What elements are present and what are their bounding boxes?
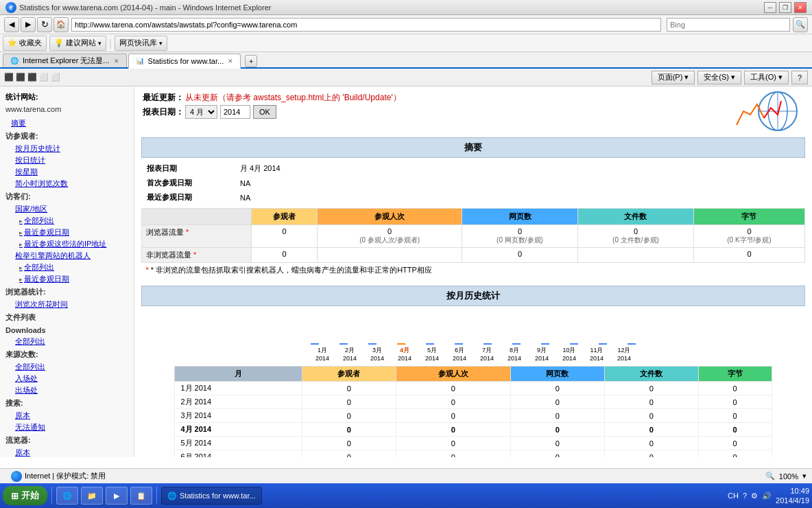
- sidebar-link-search-unknown[interactable]: 无法通知: [3, 422, 131, 433]
- note-text: * * 非浏览的流量包括抓取索引搜索机器人，蠕虫病毒产生的流量和非正常的HTTP…: [142, 263, 805, 278]
- year-input[interactable]: [220, 105, 250, 119]
- toolbar: ⭐ 收藏夹 💡 建议网站 ▾ | 网页快讯库 ▾: [0, 34, 812, 52]
- back-button[interactable]: ◀: [4, 17, 19, 32]
- clock: 10:49 2014/4/19: [776, 486, 809, 506]
- sidebar-link-monthly[interactable]: 按月历史统计: [3, 143, 131, 154]
- monthly-visitors-cell: 0: [302, 450, 396, 458]
- safety-button[interactable]: 安全(S) ▾: [697, 71, 741, 84]
- forward-button[interactable]: ▶: [21, 17, 36, 32]
- sidebar-link-time-spent[interactable]: 浏览次所花时间: [3, 299, 131, 310]
- date-selector: 4 月 OK: [185, 105, 401, 119]
- sidebar-link-list-all-2[interactable]: ▸ 全部列出: [3, 262, 131, 273]
- empty-header: [142, 209, 252, 225]
- tab-ie-icon: 🌐: [10, 57, 19, 65]
- browse-bytes: 0 (0 K字节/参观): [693, 225, 804, 248]
- monthly-pages-cell: 0: [510, 437, 604, 450]
- sidebar-link-recent-date-1[interactable]: ▸ 最近参观日期: [3, 227, 131, 238]
- sidebar-link-robots[interactable]: 检举引擎两站的机器人: [3, 250, 131, 262]
- sidebar-link-browser-origin[interactable]: 原本: [3, 447, 131, 457]
- last-visit-value: NA: [240, 191, 804, 204]
- search-input[interactable]: [667, 18, 790, 32]
- new-tab-button[interactable]: +: [245, 55, 257, 67]
- tab-stats-close[interactable]: ✕: [228, 58, 233, 65]
- sidebar-link-daily[interactable]: 按日统计: [3, 154, 131, 166]
- sidebar-link-list-all-1[interactable]: ▸ 全部列出: [3, 215, 131, 227]
- header-info: 最近更新： 从未更新（请参考 awstats_setup.html上的 'Bui…: [141, 91, 805, 132]
- sidebar-link-entry[interactable]: 入场处: [3, 373, 131, 384]
- address-input[interactable]: [71, 18, 661, 32]
- monthly-visits-cell: 0: [396, 423, 510, 437]
- last-update-label: 最近更新：: [143, 92, 184, 104]
- monthly-month-cell: 1月 2014: [175, 382, 302, 395]
- non-browse-traffic-row: 非浏览器流量 * 0 0 0: [142, 248, 805, 263]
- month-col-header: 月: [175, 367, 302, 382]
- sidebar-link-hourly[interactable]: 简小时浏览次数: [3, 178, 131, 189]
- visitors-header: 参观者: [252, 209, 318, 225]
- monthly-pages-cell: 0: [510, 423, 604, 437]
- monthly-visits-cell: 0: [396, 395, 510, 409]
- first-visit-label: 首次参观日期: [143, 176, 239, 189]
- tab-ie-error[interactable]: 🌐 Internet Explorer 无法显... ✕: [3, 54, 127, 67]
- page-button[interactable]: 页面(P) ▾: [652, 71, 695, 84]
- minimize-button[interactable]: ─: [764, 2, 776, 13]
- refresh-button[interactable]: ↻: [37, 17, 52, 32]
- sidebar-link-country[interactable]: 国家/地区: [3, 203, 131, 215]
- monthly-visits-cell: 0: [396, 409, 510, 423]
- sidebar-link-weekly[interactable]: 按星期: [3, 166, 131, 178]
- taskbar-ie-icon: 🌐: [62, 492, 72, 500]
- taskbar-icon-4[interactable]: 📋: [130, 487, 152, 505]
- monthly-bytes-header: 字节: [698, 367, 772, 382]
- favorites-button[interactable]: ⭐ 收藏夹: [3, 36, 47, 51]
- sidebar-link-dl-all[interactable]: 全部列出: [3, 336, 131, 347]
- summary-section-header: 摘要: [141, 137, 805, 158]
- taskbar-icon-3[interactable]: ▶: [106, 487, 128, 505]
- monthly-month-cell: 5月 2014: [175, 437, 302, 450]
- restore-button[interactable]: ❐: [779, 2, 791, 13]
- sidebar-link-search-origin[interactable]: 原本: [3, 410, 131, 422]
- browse-traffic-label: 浏览器流量 *: [142, 225, 252, 248]
- tab-stats-icon: 📊: [136, 57, 144, 65]
- status-zone: Internet | 保护模式: 禁用: [11, 471, 106, 482]
- tab-statistics[interactable]: 📊 Statistics for www.tar... ✕: [128, 54, 241, 69]
- monthly-visits-cell: 0: [396, 450, 510, 458]
- close-button[interactable]: ✕: [794, 2, 807, 13]
- sidebar-link-exit[interactable]: 出场处: [3, 384, 131, 396]
- taskbar-ie-logo: 🌐: [167, 492, 177, 500]
- page-controls: 页面(P) ▾ 安全(S) ▾ 工具(O) ▾ ?: [652, 71, 808, 84]
- tab-ie-close[interactable]: ✕: [114, 58, 119, 65]
- chevron-down-icon-2: ▾: [159, 40, 163, 47]
- zoom-dropdown[interactable]: ▾: [802, 472, 807, 481]
- taskbar-office-icon: 📋: [136, 492, 146, 500]
- tools-button[interactable]: 工具(O) ▾: [744, 71, 789, 84]
- home-button[interactable]: 🏠: [53, 17, 69, 32]
- search-button[interactable]: 🔍: [793, 17, 808, 32]
- tray-help: ?: [743, 492, 747, 500]
- monthly-month-cell: 3月 2014: [175, 409, 302, 423]
- suggested-sites-button[interactable]: 💡 建议网站 ▾: [49, 36, 106, 51]
- taskbar-icon-1[interactable]: 🌐: [56, 487, 78, 505]
- quicklinks-button[interactable]: 网页快讯库 ▾: [115, 36, 167, 51]
- help-button[interactable]: ?: [791, 71, 808, 84]
- tab-ie-label: Internet Explorer 无法显...: [23, 56, 110, 66]
- tabs-bar: 🌐 Internet Explorer 无法显... ✕ 📊 Statistic…: [0, 52, 812, 69]
- start-button[interactable]: ⊞ 开始: [3, 486, 47, 505]
- sidebar: 统计网站: www.tarena.com 摘要 访参观者: 按月历史统计 按日统…: [0, 86, 134, 457]
- monthly-visitors-cell: 0: [302, 437, 396, 450]
- ok-button[interactable]: OK: [253, 105, 276, 119]
- non-browse-visits: [318, 248, 462, 263]
- main-layout: 统计网站: www.tarena.com 摘要 访参观者: 按月历史统计 按日统…: [0, 86, 812, 457]
- bulb-icon: 💡: [54, 38, 64, 47]
- monthly-table: 月 参观者 参观人次 网页数 文件数 字节 1月 2014 0 0 0 0 0 …: [174, 366, 772, 457]
- non-browse-visitors: 0: [252, 248, 318, 263]
- taskbar-ie-window[interactable]: 🌐 Statistics for www.tar...: [161, 487, 262, 505]
- sidebar-link-summary[interactable]: 摘要: [3, 117, 131, 129]
- tab-stats-label: Statistics for www.tar...: [148, 57, 224, 65]
- sidebar-link-ref-all[interactable]: 全部列出: [3, 361, 131, 373]
- sidebar-link-recent-ip[interactable]: ▸ 最近参观这些法的IP地址: [3, 238, 131, 250]
- taskbar-folder-icon: 📁: [87, 492, 97, 500]
- taskbar-icon-2[interactable]: 📁: [81, 487, 103, 505]
- month-select[interactable]: 4 月: [185, 105, 217, 119]
- sidebar-section-browser: 流览器:: [3, 433, 131, 447]
- sidebar-link-recent-date-2[interactable]: ▸ 最近参观日期: [3, 273, 131, 285]
- lang-indicator: CH: [728, 492, 739, 500]
